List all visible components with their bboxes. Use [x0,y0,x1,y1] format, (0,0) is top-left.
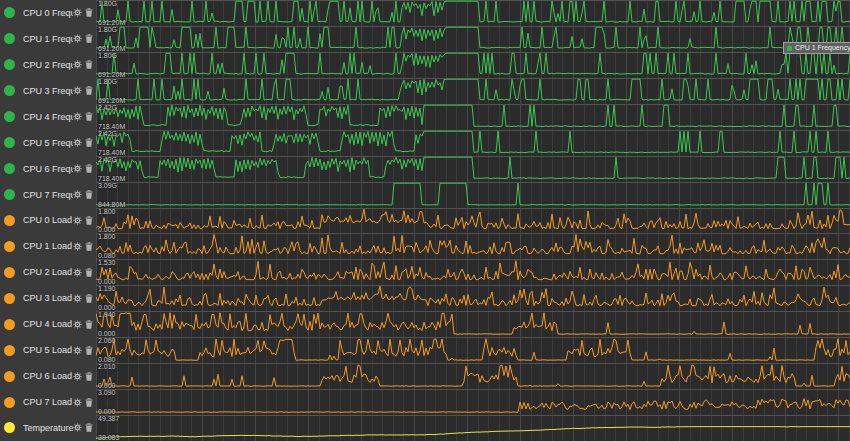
sensor-row: CPU 7 Load3.0900.000 [0,389,850,415]
sensor-waveform [96,209,850,229]
sensor-row-sidebar: CPU 6 Frequency [0,156,96,182]
sensor-chart[interactable]: 3.0900.000 [96,389,850,415]
trash-icon[interactable] [85,294,93,303]
sensor-chart[interactable]: 1.80G691.20M [96,0,850,26]
sensor-label: CPU 7 Load [23,397,73,407]
gear-icon[interactable] [73,8,82,17]
trash-icon[interactable] [85,138,93,147]
gear-icon[interactable] [73,294,82,303]
gear-icon[interactable] [73,34,82,43]
sensor-chart[interactable]: 2.42G718.40M [96,104,850,130]
trash-icon[interactable] [85,60,93,69]
trash-icon[interactable] [85,372,93,381]
sensor-label: CPU 5 Load [23,345,73,355]
sensor-row-sidebar: CPU 6 Load [0,363,96,389]
gear-icon[interactable] [73,164,82,173]
sensor-row-sidebar: CPU 3 Load [0,285,96,311]
sensor-chart[interactable]: 2.42G718.40M [96,130,850,156]
sensor-row: CPU 4 Load1.9400.000 [0,311,850,337]
sensor-color-dot [4,345,15,356]
sensor-monitor-window: CPU 0 Frequency1.80G691.20MCPU 1 Frequen… [0,0,850,441]
sensor-chart[interactable]: 1.5300.000 [96,259,850,285]
gear-icon[interactable] [73,268,82,277]
gear-icon[interactable] [73,423,82,432]
trash-icon[interactable] [85,34,93,43]
sensor-label: CPU 6 Load [23,371,73,381]
sensor-chart[interactable]: 1.8000.080 [96,233,850,259]
sensor-row-sidebar: CPU 7 Frequency [0,182,96,208]
sensor-chart[interactable]: 1.80G691.20M [96,78,850,104]
tooltip-series-swatch [787,46,792,51]
trash-icon[interactable] [85,164,93,173]
sensor-row-sidebar: CPU 4 Load [0,311,96,337]
sensor-waveform [96,235,850,254]
sensor-chart[interactable]: 2.0600.080 [96,337,850,363]
sensor-label: CPU 6 Frequency [23,164,73,174]
gear-icon[interactable] [73,216,82,225]
sensor-row: CPU 6 Load2.0100.060 [0,363,850,389]
trash-icon[interactable] [85,268,93,277]
sensor-label: CPU 5 Frequency [23,138,73,148]
sensor-row-sidebar: CPU 5 Frequency [0,130,96,156]
sensor-chart[interactable]: 49.38738.083 [96,415,850,441]
sensor-waveform [96,399,850,413]
gear-icon[interactable] [73,320,82,329]
gear-icon[interactable] [73,242,82,251]
sensor-chart[interactable]: 2.42G718.40M [96,156,850,182]
sensor-row: CPU 1 Frequency1.80G691.20M [0,26,850,52]
sensor-label: CPU 0 Load [23,215,73,225]
sensor-color-dot [4,163,15,174]
trash-icon[interactable] [85,8,93,17]
sensor-color-dot [4,371,15,382]
gear-icon[interactable] [73,346,82,355]
sensor-color-dot [4,241,15,252]
sensor-waveform [96,105,850,126]
sensor-color-dot [4,111,15,122]
sensor-row-sidebar: CPU 1 Load [0,233,96,259]
sensor-waveform [96,131,850,152]
trash-icon[interactable] [85,86,93,95]
sensor-color-dot [4,7,15,18]
gear-icon[interactable] [73,112,82,121]
sensor-color-dot [4,422,15,433]
trash-icon[interactable] [85,398,93,407]
gear-icon[interactable] [73,86,82,95]
sensor-row: CPU 3 Frequency1.80G691.20M [0,78,850,104]
sensor-row: CPU 2 Load1.5300.000 [0,259,850,285]
sensor-chart[interactable]: 1.80G691.20M [96,26,850,52]
sensor-chart[interactable]: 1.1900.000 [96,285,850,311]
sensor-color-dot [4,59,15,70]
trash-icon[interactable] [85,112,93,121]
sensor-label: Temperature [23,423,73,433]
trash-icon[interactable] [85,346,93,355]
sensor-label: CPU 4 Frequency [23,112,73,122]
sensor-row-sidebar: CPU 0 Frequency [0,0,96,26]
sensor-waveform [96,313,850,335]
gear-icon[interactable] [73,60,82,69]
sensor-label: CPU 1 Frequency [23,34,73,44]
gear-icon[interactable] [73,138,82,147]
sensor-chart[interactable]: 2.0100.060 [96,363,850,389]
sensor-row-sidebar: CPU 3 Frequency [0,78,96,104]
trash-icon[interactable] [85,423,93,432]
gear-icon[interactable] [73,372,82,381]
trash-icon[interactable] [85,216,93,225]
sensor-chart[interactable]: 1.80G691.20M [96,52,850,78]
gear-icon[interactable] [73,190,82,199]
gear-icon[interactable] [73,398,82,407]
sensor-chart[interactable]: 3.09G844.80M [96,182,850,208]
trash-icon[interactable] [85,242,93,251]
trash-icon[interactable] [85,190,93,199]
sensor-chart[interactable]: 1.8000.000 [96,208,850,234]
sensor-waveform [96,1,850,22]
sensor-waveform [96,287,850,307]
sensor-chart[interactable]: 1.9400.000 [96,311,850,337]
sensor-waveform [96,157,850,178]
sensor-row-sidebar: CPU 1 Frequency [0,26,96,52]
sensor-color-dot [4,267,15,278]
sensor-label: CPU 2 Frequency [23,60,73,70]
sensor-label: CPU 1 Load [23,241,73,251]
sensor-row-sidebar: CPU 4 Frequency [0,104,96,130]
trash-icon[interactable] [85,320,93,329]
sensor-color-dot [4,137,15,148]
